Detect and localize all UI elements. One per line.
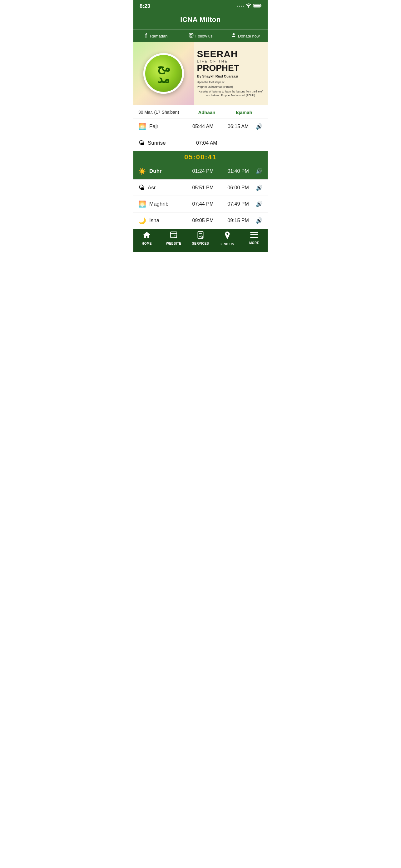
status-icons — [237, 3, 261, 9]
duhr-section: 05:00:41 ☀️ Duhr 01:24 PM 01:40 PM 🔊 — [133, 151, 268, 180]
sunrise-time: 07:04 AM — [188, 140, 225, 146]
duhr-name-cell: ☀️ Duhr — [138, 167, 185, 175]
iqamah-header: Iqamah — [226, 110, 263, 115]
app-title: ICNA Milton — [180, 16, 221, 24]
asr-sound[interactable]: 🔊 — [256, 184, 263, 191]
prayer-row-maghrib: 🌅 Maghrib 07:44 PM 07:49 PM 🔊 — [133, 196, 268, 213]
maghrib-icon: 🌅 — [138, 200, 146, 208]
footsteps: Upon the foot steps of Prophet Muhammad … — [197, 80, 265, 89]
fajr-name-cell: 🌅 Fajr — [138, 123, 185, 130]
duhr-sound[interactable]: 🔊 — [256, 168, 263, 175]
nav-follow-label: Follow us — [196, 34, 213, 38]
prayer-row-fajr: 🌅 Fajr 05:44 AM 06:15 AM 🔊 — [133, 118, 268, 135]
website-label: WEBSITE — [166, 242, 181, 245]
prayer-row-isha: 🌙 Isha 09:05 PM 09:15 PM 🔊 — [133, 213, 268, 229]
nav-bar: Ramadan Follow us Donate now — [133, 29, 268, 42]
maghrib-adhaan: 07:44 PM — [185, 201, 221, 207]
duhr-iqamah: 01:40 PM — [221, 168, 256, 174]
instagram-icon — [189, 33, 194, 39]
svg-rect-14 — [250, 232, 258, 233]
banner-left: محمد — [133, 42, 194, 105]
arabic-emblem: محمد — [143, 53, 184, 94]
findus-icon — [224, 231, 231, 241]
countdown-timer: 05:00:41 — [184, 153, 217, 161]
svg-rect-2 — [254, 5, 260, 7]
bottom-nav-home[interactable]: HOME — [133, 231, 160, 246]
bottom-nav-more[interactable]: MORE — [241, 231, 268, 246]
prophet-title: PROPHET — [197, 64, 265, 72]
isha-icon: 🌙 — [138, 217, 146, 224]
svg-rect-1 — [261, 5, 261, 6]
asr-name: Asr — [148, 185, 156, 191]
nav-donate[interactable]: Donate now — [223, 30, 268, 42]
asr-iqamah: 06:00 PM — [221, 185, 256, 191]
life-of-the: LIFE OF THE — [197, 59, 265, 63]
fajr-sound[interactable]: 🔊 — [256, 123, 263, 130]
svg-rect-15 — [250, 234, 258, 235]
bottom-nav: HOME WEBSITE SERVICES FIND US MORE — [133, 229, 268, 252]
asr-name-cell: 🌤 Asr — [138, 184, 185, 191]
sunrise-name-cell: 🌤 Sunrise — [138, 140, 188, 147]
maghrib-name-cell: 🌅 Maghrib — [138, 200, 185, 208]
home-label: HOME — [142, 242, 152, 245]
maghrib-sound[interactable]: 🔊 — [256, 200, 263, 208]
website-icon — [170, 231, 178, 241]
prayer-header: 30 Mar. (17 Sha'ban) Adhaan Iqamah — [133, 105, 268, 118]
maghrib-iqamah: 07:49 PM — [221, 201, 256, 207]
status-bar: 8:23 — [133, 0, 268, 11]
nav-donate-label: Donate now — [238, 34, 260, 38]
services-label: SERVICES — [192, 242, 209, 245]
duhr-name: Duhr — [149, 168, 162, 174]
isha-iqamah: 09:15 PM — [221, 218, 256, 223]
app-header: ICNA Milton — [133, 11, 268, 29]
nav-ramadan-label: Ramadan — [150, 34, 167, 38]
isha-name-cell: 🌙 Isha — [138, 217, 185, 224]
home-icon — [143, 231, 151, 241]
asr-icon: 🌤 — [138, 184, 144, 191]
fajr-iqamah: 06:15 AM — [221, 124, 256, 129]
fajr-icon: 🌅 — [138, 123, 146, 130]
duhr-adhaan: 01:24 PM — [185, 168, 221, 174]
bottom-nav-services[interactable]: SERVICES — [187, 231, 214, 246]
bottom-nav-website[interactable]: WEBSITE — [160, 231, 187, 246]
svg-rect-16 — [250, 237, 258, 238]
wifi-icon — [246, 3, 252, 9]
svg-point-4 — [190, 34, 192, 36]
prayer-section: 30 Mar. (17 Sha'ban) Adhaan Iqamah 🌅 Faj… — [133, 105, 268, 229]
sunrise-name: Sunrise — [148, 140, 166, 146]
prayer-row-duhr: ☀️ Duhr 01:24 PM 01:40 PM 🔊 — [133, 163, 268, 180]
battery-icon — [253, 3, 261, 9]
more-label: MORE — [249, 241, 259, 245]
isha-adhaan: 09:05 PM — [185, 218, 221, 223]
donate-icon — [231, 33, 236, 39]
isha-sound[interactable]: 🔊 — [256, 217, 263, 224]
isha-name: Isha — [149, 217, 159, 224]
asr-adhaan: 05:51 PM — [185, 185, 221, 191]
facebook-icon — [144, 33, 148, 39]
prayer-row-asr: 🌤 Asr 05:51 PM 06:00 PM 🔊 — [133, 180, 268, 196]
bottom-nav-findus[interactable]: FIND US — [214, 231, 241, 246]
adhaan-header: Adhaan — [188, 110, 225, 115]
fajr-adhaan: 05:44 AM — [185, 124, 221, 129]
countdown-row: 05:00:41 — [133, 151, 268, 163]
svg-point-13 — [201, 236, 203, 238]
prayer-date: 30 Mar. (17 Sha'ban) — [138, 110, 188, 115]
svg-point-5 — [192, 34, 193, 34]
event-banner: محمد SEERAH LIFE OF THE PROPHET By Shayk… — [133, 42, 268, 105]
banner-description: A series of lectures to learn the lesson… — [197, 90, 265, 97]
nav-ramadan[interactable]: Ramadan — [133, 30, 178, 42]
nav-follow[interactable]: Follow us — [178, 30, 223, 42]
fajr-name: Fajr — [149, 123, 158, 130]
duhr-icon: ☀️ — [138, 167, 146, 175]
banner-right: SEERAH LIFE OF THE PROPHET By Shaykh Ria… — [194, 42, 268, 105]
signal-icon — [237, 6, 244, 7]
findus-label: FIND US — [221, 243, 234, 246]
maghrib-name: Maghrib — [149, 201, 168, 207]
sunrise-icon: 🌤 — [138, 140, 144, 147]
more-icon — [250, 231, 258, 240]
by-shaykh: By Shaykh Riad Ouarzazi — [197, 74, 265, 78]
time: 8:23 — [140, 3, 150, 9]
seerah-title: SEERAH — [197, 50, 265, 59]
arabic-calligraphy: محمد — [157, 62, 170, 85]
prayer-row-sunrise: 🌤 Sunrise 07:04 AM — [133, 135, 268, 151]
